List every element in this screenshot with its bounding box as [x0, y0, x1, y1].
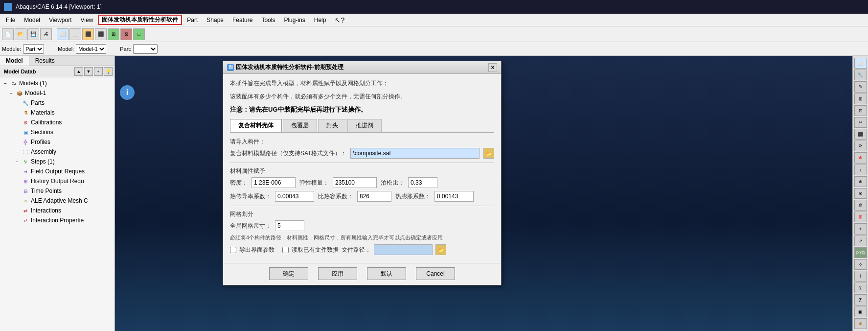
tb-btn-7[interactable]: ⬛: [82, 28, 94, 40]
tree-item-field[interactable]: ⫤ Field Output Reques: [0, 166, 114, 176]
menu-view[interactable]: View: [77, 16, 97, 24]
tb-btn-5[interactable]: ⬜: [57, 28, 69, 40]
poisson-input[interactable]: [408, 177, 437, 188]
rt-btn-9[interactable]: ⊕: [854, 152, 867, 163]
dtab-coating[interactable]: 包覆层: [283, 119, 317, 132]
tb-btn-10[interactable]: ⊠: [120, 28, 132, 40]
tb-btn-6[interactable]: ⬜: [69, 28, 81, 40]
export-checkbox[interactable]: [230, 247, 236, 253]
rt-btn-6[interactable]: ✂: [854, 117, 867, 128]
rt-btn-17[interactable]: ⊹: [854, 259, 867, 270]
file-open-button[interactable]: 📂: [483, 148, 494, 159]
rt-btn-1[interactable]: ⬜: [854, 58, 867, 69]
rt-btn-14[interactable]: ⊞: [854, 212, 867, 222]
mesh-size-input[interactable]: [275, 220, 304, 231]
expand-model1[interactable]: −: [10, 91, 16, 96]
tree-area: − 🗂 Models (1) − 📦 Model-1 🔧 Parts ⚗: [0, 77, 114, 331]
expand-steps[interactable]: −: [16, 159, 22, 165]
model-add-btn[interactable]: +: [94, 67, 103, 76]
dtab-endcap[interactable]: 封头: [318, 119, 346, 132]
dialog-close-button[interactable]: ×: [488, 63, 497, 72]
part-select[interactable]: [133, 44, 158, 54]
menu-custom[interactable]: 固体发动机本质特性分析软件: [98, 15, 182, 25]
apply-button[interactable]: 应用: [318, 267, 357, 280]
menu-viewport[interactable]: Viewport: [45, 16, 75, 24]
default-button[interactable]: 默认: [367, 267, 406, 280]
rt-btn-20[interactable]: ⊼: [854, 294, 867, 305]
tree-item-models[interactable]: − 🗂 Models (1): [0, 78, 114, 88]
timepoints-icon: ⊟: [22, 187, 29, 195]
rt-btn-8[interactable]: ⟳: [854, 141, 867, 151]
tab-results[interactable]: Results: [29, 56, 61, 66]
rt-btn-4[interactable]: ⊞: [854, 94, 867, 104]
tree-item-ale[interactable]: ≋ ALE Adaptive Mesh C: [0, 196, 114, 206]
menu-tools[interactable]: Tools: [257, 16, 279, 24]
rt-btn-11[interactable]: ⊕: [854, 176, 867, 187]
model-up-btn[interactable]: ▲: [74, 67, 83, 76]
rt-btn-5[interactable]: ⊡: [854, 105, 867, 116]
menu-help[interactable]: Help: [310, 16, 330, 24]
tree-item-parts[interactable]: 🔧 Parts: [0, 98, 114, 108]
elastic-input[interactable]: [333, 177, 377, 188]
tree-item-sections[interactable]: ▣ Sections: [0, 127, 114, 137]
rt-btn-16[interactable]: ↗: [854, 236, 867, 246]
density-input[interactable]: [251, 177, 296, 188]
tree-item-history[interactable]: ⊞ History Output Requ: [0, 176, 114, 186]
print-btn[interactable]: 🖨: [40, 28, 52, 40]
thermal-exp-input[interactable]: [434, 191, 474, 202]
cancel-button[interactable]: Cancel: [416, 267, 455, 280]
menu-shape[interactable]: Shape: [203, 16, 228, 24]
rt-btn-19[interactable]: ⊻: [854, 283, 867, 293]
rt-btn-xyz[interactable]: (XYZ): [854, 247, 867, 258]
model-light-btn[interactable]: 💡: [104, 67, 113, 76]
new-btn[interactable]: 📄: [2, 28, 14, 40]
rt-btn-10[interactable]: ↕: [854, 165, 867, 175]
tree-item-assembly[interactable]: − ⛶ Assembly: [0, 147, 114, 157]
tree-item-model1[interactable]: − 📦 Model-1: [0, 88, 114, 98]
tree-item-materials[interactable]: ⚗ Materials: [0, 108, 114, 118]
menu-plugins[interactable]: Plug-ins: [280, 16, 309, 24]
field-icon: ⫤: [22, 167, 29, 175]
rt-btn-13[interactable]: ⟰: [854, 200, 867, 211]
rt-btn-15[interactable]: ⌖: [854, 223, 867, 234]
rt-btn-7[interactable]: ⬛: [854, 129, 867, 140]
tb-btn-11[interactable]: □: [133, 28, 145, 40]
tree-item-interactionprop[interactable]: ⇄ Interaction Propertie: [0, 215, 114, 225]
tree-item-calibrations[interactable]: ⚙ Calibrations: [0, 118, 114, 127]
rt-btn-21[interactable]: ▣: [854, 307, 867, 317]
tab-model[interactable]: Model: [0, 56, 29, 66]
menu-feature[interactable]: Feature: [228, 16, 256, 24]
menu-file[interactable]: File: [2, 16, 19, 24]
confirm-button[interactable]: 确定: [269, 267, 308, 280]
module-select[interactable]: Part: [23, 44, 44, 54]
read-checkbox[interactable]: [282, 247, 289, 253]
tree-label-history: History Output Requ: [31, 178, 84, 185]
expand-models[interactable]: −: [4, 81, 10, 86]
filepath-open-button[interactable]: 📂: [435, 244, 446, 255]
menu-part[interactable]: Part: [183, 16, 202, 24]
model-select[interactable]: Model-1: [76, 44, 106, 54]
tab-bar: Model Results: [0, 56, 114, 66]
tree-item-interactions[interactable]: ⇌ Interactions: [0, 206, 114, 215]
tb-btn-9[interactable]: ⊞: [108, 28, 119, 40]
dtab-propellant[interactable]: 推进剂: [347, 119, 382, 132]
dtab-composite[interactable]: 复合材料壳体: [230, 119, 282, 132]
menu-model[interactable]: Model: [20, 16, 44, 24]
rt-btn-22[interactable]: ⊕: [854, 318, 867, 329]
tree-item-profiles[interactable]: ╬ Profiles: [0, 137, 114, 147]
tree-item-timepoints[interactable]: ⊟ Time Points: [0, 186, 114, 196]
rt-btn-18[interactable]: ⊺: [854, 271, 867, 282]
path-input[interactable]: [350, 148, 480, 159]
rt-btn-12[interactable]: ⊗: [854, 188, 867, 199]
save-btn[interactable]: 💾: [27, 28, 39, 40]
rt-btn-3[interactable]: ✎: [854, 81, 867, 92]
specific-heat-input[interactable]: [357, 191, 391, 202]
open-btn[interactable]: 📂: [15, 28, 26, 40]
model-down-btn[interactable]: ▼: [84, 67, 93, 76]
thermal-cond-input[interactable]: [275, 191, 314, 202]
filepath-input[interactable]: [374, 244, 433, 255]
tree-item-steps[interactable]: − ↯ Steps (1): [0, 157, 114, 166]
expand-assembly[interactable]: −: [16, 149, 22, 155]
tb-btn-8[interactable]: ⬛: [95, 28, 107, 40]
rt-btn-2[interactable]: 🔧: [854, 70, 867, 80]
